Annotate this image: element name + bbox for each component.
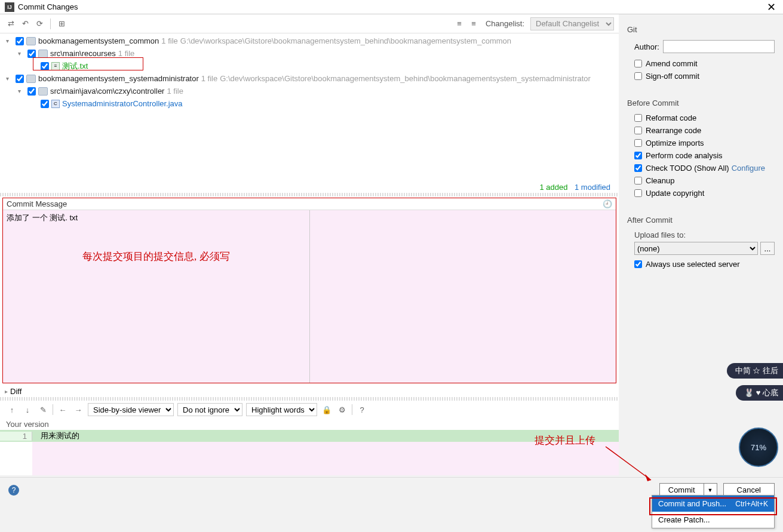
changes-status: 1 added 1 modified (0, 182, 619, 193)
ime-badge: 🐰 ♥ 心底 (736, 385, 783, 401)
always-checkbox[interactable] (634, 260, 642, 268)
rearrange-checkbox[interactable] (634, 127, 642, 134)
copyright-label: Update copyright (646, 189, 704, 198)
ignore-select[interactable]: Do not ignore (177, 403, 242, 416)
todo-checkbox[interactable] (634, 164, 642, 172)
signoff-label: Sign-off commit (646, 72, 699, 81)
highlight-select[interactable]: Highlight words (246, 403, 317, 416)
help-icon[interactable]: ? (356, 404, 368, 416)
next-diff-icon[interactable]: ↓ (22, 404, 33, 416)
copyright-checkbox[interactable] (634, 189, 642, 197)
optimize-checkbox[interactable] (634, 139, 642, 147)
author-input[interactable] (663, 40, 775, 53)
amend-checkbox[interactable] (634, 60, 642, 67)
file-count: 1 file (201, 74, 217, 83)
signoff-checkbox[interactable] (634, 72, 642, 80)
commit-dropdown-button[interactable]: ▼ (704, 484, 717, 496)
analysis-checkbox[interactable] (634, 152, 642, 159)
upload-select[interactable]: (none) (634, 242, 758, 255)
tree-module-row[interactable]: bookmanagementsystem_systemadministrator… (0, 72, 619, 85)
commit-dropdown-menu: Commit and Push... Ctrl+Alt+K Create Pat… (652, 495, 775, 528)
folder-checkbox[interactable] (27, 50, 36, 58)
tree-folder-row[interactable]: src\main\recourses 1 file (0, 47, 619, 60)
menu-item-label: Create Patch... (658, 515, 710, 524)
help-button[interactable]: ? (8, 485, 19, 496)
intellij-icon: IJ (5, 2, 14, 12)
prev-file-icon[interactable]: ← (57, 404, 69, 416)
show-diff-icon[interactable]: ⇄ (5, 18, 17, 30)
chevron-down-icon[interactable] (18, 88, 25, 94)
diff-header[interactable]: ▸ Diff (0, 386, 619, 397)
gear-icon[interactable]: ⚙ (336, 404, 348, 416)
cleanup-label: Cleanup (646, 176, 674, 185)
module-name: bookmanagementsystem_common (38, 36, 159, 45)
expand-icon[interactable]: ≡ (453, 18, 465, 30)
file-checkbox[interactable] (41, 100, 49, 108)
reformat-checkbox[interactable] (634, 114, 642, 122)
folder-name: src\main\java\com\czxy\controller (50, 87, 164, 96)
history-icon[interactable]: 🕘 (603, 199, 612, 208)
next-file-icon[interactable]: → (72, 404, 84, 416)
analysis-label: Perform code analysis (646, 151, 723, 160)
prev-diff-icon[interactable]: ↑ (6, 404, 18, 416)
commit-message-input[interactable]: 添加了 一个 测试. txt 每次提交项目的提交信息, 必须写 (3, 210, 310, 383)
close-icon[interactable]: ✕ (764, 1, 778, 14)
configure-link[interactable]: Configure (732, 164, 765, 173)
folder-icon (38, 50, 48, 58)
create-patch-item[interactable]: Create Patch... (652, 512, 774, 528)
chevron-down-icon[interactable] (6, 75, 13, 82)
folder-name: src\main\recourses (50, 49, 116, 58)
progress-circle: 71% (739, 428, 778, 467)
diff-view: 1 用来测试的 (0, 430, 619, 475)
commit-toolbar: ⇄ ↶ ⟳ ⊞ ≡ ≡ Changelist: Default Changeli… (0, 14, 619, 33)
revert-icon[interactable]: ↶ (19, 18, 31, 30)
edit-icon[interactable]: ✎ (37, 404, 49, 416)
file-count: 1 file (118, 49, 134, 58)
annotation-text: 提交并且上传 (535, 433, 595, 447)
chevron-down-icon[interactable] (6, 38, 13, 44)
refresh-icon[interactable]: ⟳ (33, 18, 45, 30)
lock-icon[interactable]: 🔒 (321, 404, 333, 416)
group-icon[interactable]: ⊞ (56, 18, 67, 30)
tree-file-row[interactable]: C SystemadministratorController.java (0, 97, 619, 110)
upload-browse-button[interactable]: ... (760, 242, 775, 255)
chevron-down-icon[interactable] (18, 50, 25, 57)
changelist-label: Changelist: (486, 19, 524, 28)
viewer-select[interactable]: Side-by-side viewer (88, 403, 174, 416)
tree-file-row[interactable]: ≡ 测试.txt (0, 60, 619, 72)
tree-module-row[interactable]: bookmanagementsystem_common 1 file G:\de… (0, 35, 619, 47)
module-path: G:\dev\workspace\Gitstore\bookmanagement… (220, 74, 591, 83)
file-checkbox[interactable] (41, 62, 49, 70)
file-name: 测试.txt (62, 61, 88, 72)
commit-button[interactable]: Commit (660, 484, 704, 496)
module-checkbox[interactable] (16, 37, 24, 45)
line-content: 用来测试的 (32, 430, 79, 441)
changelist-select[interactable]: Default Changelist (530, 17, 614, 30)
window-title: Commit Changes (18, 2, 78, 11)
commit-and-push-item[interactable]: Commit and Push... Ctrl+Alt+K (652, 496, 774, 512)
tree-folder-row[interactable]: src\main\java\com\czxy\controller 1 file (0, 85, 619, 97)
added-count: 1 added (539, 183, 567, 192)
module-checkbox[interactable] (16, 75, 24, 83)
before-commit-title: Before Commit (627, 99, 775, 107)
cleanup-checkbox[interactable] (634, 177, 642, 184)
diff-empty (0, 442, 619, 475)
amend-label: Amend commit (646, 59, 698, 68)
separator (50, 19, 51, 29)
folder-icon (38, 87, 48, 96)
options-panel: Git Author: Amend commit Sign-off commit… (619, 14, 783, 475)
modified-count: 1 modified (575, 183, 610, 192)
collapse-icon[interactable]: ≡ (468, 18, 480, 30)
chevron-right-icon[interactable]: ▸ (5, 388, 8, 395)
titlebar: IJ Commit Changes ✕ (0, 0, 783, 14)
line-number: 1 (0, 432, 32, 441)
commit-message-section: Commit Message 🕘 添加了 一个 测试. txt 每次提交项目的提… (2, 198, 616, 383)
menu-item-label: Commit and Push... (658, 499, 726, 508)
commit-message-preview (310, 210, 616, 383)
resize-grip[interactable] (0, 193, 619, 196)
rearrange-label: Rearrange code (646, 126, 701, 135)
commit-message-text: 添加了 一个 测试. txt (7, 213, 306, 223)
menu-shortcut: Ctrl+Alt+K (735, 500, 768, 508)
folder-checkbox[interactable] (27, 87, 36, 96)
changes-tree: bookmanagementsystem_common 1 file G:\de… (0, 33, 619, 182)
